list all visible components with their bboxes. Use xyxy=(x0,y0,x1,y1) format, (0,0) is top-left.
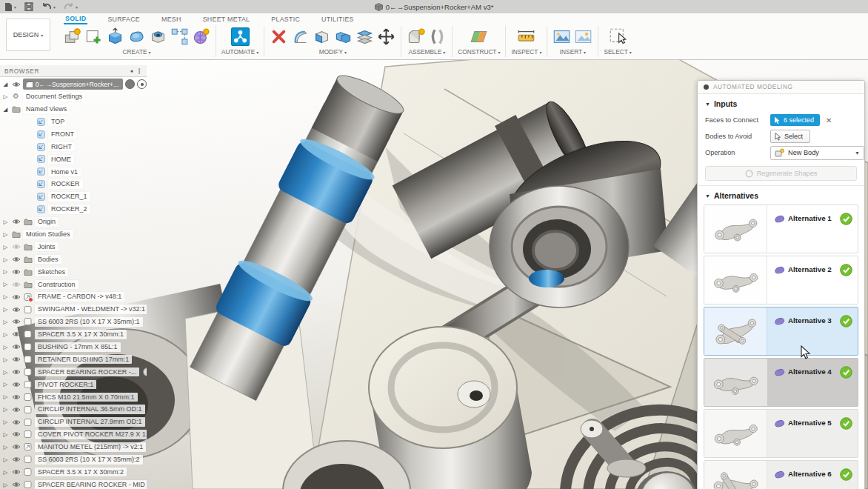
visibility-eye-icon[interactable] xyxy=(11,431,21,437)
browser-item-manitou-metel-215mm-v2-1[interactable]: ▷ MANITOU METEL (215mm) -> v2:1 xyxy=(0,441,147,453)
expander-icon[interactable]: ▷ xyxy=(2,244,9,250)
visibility-eye-icon[interactable] xyxy=(11,331,21,337)
alternative-card-1[interactable]: Alternative 1 xyxy=(704,204,858,253)
visibility-eye-icon[interactable] xyxy=(11,282,21,287)
status-ok-icon[interactable] xyxy=(840,213,852,228)
browser-item-motion-studies[interactable]: ▷ Motion Studies xyxy=(0,228,147,241)
clear-selection-icon[interactable]: ✕ xyxy=(826,116,832,124)
visibility-eye-icon[interactable] xyxy=(11,356,21,362)
select-window-icon[interactable] xyxy=(609,27,627,46)
browser-item-spacer-3-5-x-17-x-30mm-1[interactable]: ▷ SPACER 3.5 X 17 X 30mm:1 xyxy=(0,328,147,341)
status-ok-icon[interactable] xyxy=(840,366,852,382)
tab-mesh[interactable]: MESH xyxy=(160,16,183,24)
browser-item-right[interactable]: RIGHT xyxy=(0,141,147,153)
browser-item-fhcs-m10-21-5mm-x-0-70mm-1[interactable]: ▷ FHCS M10 21.5mm X 0.70mm:1 xyxy=(0,390,147,403)
split-body-icon[interactable] xyxy=(355,27,374,46)
browser-item-rocker[interactable]: ROCKER xyxy=(0,178,147,190)
press-pull-icon[interactable] xyxy=(313,27,331,46)
status-ok-icon[interactable] xyxy=(840,264,852,279)
visibility-eye-icon[interactable] xyxy=(11,244,21,250)
visibility-eye-icon[interactable] xyxy=(11,344,21,350)
decal-icon[interactable] xyxy=(574,27,592,46)
browser-item-frame-carbon-v48-1[interactable]: ▷ FRAME - CARBON -> v48:1 xyxy=(0,290,147,303)
visibility-eye-icon[interactable] xyxy=(11,219,21,224)
expander-icon[interactable]: ▷ xyxy=(2,431,9,438)
browser-item-bushing-17mm-x-85l-1[interactable]: ▷ BUSHING - 17mm X 85L:1 xyxy=(0,341,147,353)
delete-icon[interactable] xyxy=(270,27,288,46)
expander-icon[interactable]: ▷ xyxy=(2,231,9,238)
create-mesh-icon[interactable] xyxy=(192,27,210,46)
faces-selection-chip[interactable]: 6 selected xyxy=(770,114,820,126)
create-sketch-icon[interactable] xyxy=(84,27,103,46)
expander-icon[interactable]: ▷ xyxy=(2,319,9,325)
tab-surface[interactable]: SURFACE xyxy=(106,16,141,24)
group-inspect-menu[interactable]: INSPECT▾ xyxy=(511,48,541,56)
visibility-eye-icon[interactable] xyxy=(11,382,21,387)
bodies-select-button[interactable]: Select xyxy=(770,130,810,143)
expander-icon[interactable]: ▷ xyxy=(2,344,9,350)
expander-icon[interactable]: ▷ xyxy=(2,331,9,338)
inputs-section-header[interactable]: ▼ Inputs xyxy=(698,94,864,112)
group-automate-menu[interactable]: AUTOMATE▾ xyxy=(221,48,258,56)
group-modify-menu[interactable]: MODIFY▾ xyxy=(319,48,347,56)
browser-item-ss-6003-2rs-10-x-17-x-35mm-1[interactable]: ▷ SS 6003 2RS (10 X 17 X 35mm):1 xyxy=(0,316,147,328)
expander-icon[interactable]: ▷ xyxy=(2,444,9,450)
group-construct-menu[interactable]: CONSTRUCT▾ xyxy=(458,48,500,56)
browser-item-joints[interactable]: ▷ Joints xyxy=(0,241,147,253)
browser-options-dot-icon[interactable]: ● xyxy=(130,68,134,73)
browser-item-bodies[interactable]: ▷ Bodies xyxy=(0,253,147,266)
expander-icon[interactable]: ▷ xyxy=(2,381,9,387)
visibility-eye-icon[interactable] xyxy=(11,419,21,425)
expander-icon[interactable]: ▷ xyxy=(2,219,9,225)
group-assemble-menu[interactable]: ASSEMBLE▾ xyxy=(408,48,445,56)
expander-icon[interactable]: ▷ xyxy=(2,306,9,313)
tab-sheet-metal[interactable]: SHEET METAL xyxy=(201,16,252,24)
expander-icon[interactable]: ▷ xyxy=(2,456,9,463)
alternative-card-2[interactable]: Alternative 2 xyxy=(704,256,858,305)
expander-icon[interactable]: ◢ xyxy=(2,81,9,87)
visibility-eye-icon[interactable] xyxy=(11,394,21,400)
expander-icon[interactable]: ▷ xyxy=(2,293,9,300)
tab-utilities[interactable]: UTILITIES xyxy=(320,16,355,24)
form-icon[interactable] xyxy=(127,27,146,46)
browser-item-document-settings[interactable]: ▷ ⚙ Document Settings xyxy=(0,90,147,103)
alternative-card-4[interactable]: Alternative 4 xyxy=(704,358,858,407)
browser-item-origin[interactable]: ▷ Origin xyxy=(0,216,147,228)
canvas-icon[interactable] xyxy=(552,27,571,46)
browser-item-circlip-internal-27-9mm-od-1[interactable]: ▷ CIRCLIP INTERNAL 27.9mm OD:1 xyxy=(0,416,147,428)
visibility-eye-icon[interactable] xyxy=(11,456,21,462)
browser-item-home[interactable]: HOME xyxy=(0,153,147,165)
root-badge-icon[interactable] xyxy=(125,79,135,89)
hole-icon[interactable] xyxy=(149,27,167,46)
regenerate-shapes-button[interactable]: Regenerate Shapes xyxy=(705,166,857,181)
combine-icon[interactable] xyxy=(334,27,353,46)
browser-item-named-views[interactable]: ◢ Named Views xyxy=(0,103,147,116)
tab-plastic[interactable]: PLASTIC xyxy=(270,16,301,24)
expander-icon[interactable]: ▷ xyxy=(2,469,9,476)
construction-plane-icon[interactable] xyxy=(470,27,488,46)
visibility-eye-icon[interactable] xyxy=(11,482,21,488)
expander-icon[interactable]: ▷ xyxy=(2,281,9,287)
browser-item-cover-pivot-rocker-m27-9-x-1[interactable]: ▷ COVER PIVOT ROCKER M27.9 X 1... xyxy=(0,428,147,441)
group-select-menu[interactable]: SELECT▾ xyxy=(604,48,631,56)
status-ok-icon[interactable] xyxy=(840,315,852,330)
expander-icon[interactable]: ▷ xyxy=(2,93,9,100)
status-ok-icon[interactable] xyxy=(840,417,852,433)
expander-icon[interactable]: ◢ xyxy=(2,106,9,113)
browser-root-item[interactable]: ◢ 0←→Suspension+Rocker+... xyxy=(0,78,147,90)
visibility-eye-icon[interactable] xyxy=(11,307,21,313)
browser-item-home-v1[interactable]: Home v1 xyxy=(0,165,147,178)
fillet-icon[interactable] xyxy=(291,27,310,46)
measure-icon[interactable] xyxy=(517,27,535,46)
browser-item-spacer-bearing-rocker-mid-i[interactable]: ▷ SPACER BEARING ROCKER - MID I... xyxy=(0,479,147,489)
alternative-card-6[interactable]: Alternative 6 xyxy=(704,460,858,489)
workspace-selector[interactable]: DESIGN ▾ xyxy=(6,19,50,51)
new-component-icon[interactable] xyxy=(407,27,425,46)
group-create-menu[interactable]: CREATE▾ xyxy=(122,48,150,56)
expander-icon[interactable]: ▷ xyxy=(2,356,9,363)
tab-solid[interactable]: SOLID xyxy=(64,15,87,24)
browser-item-spacer-3-5-x-17-x-30mm-2[interactable]: ▷ SPACER 3.5 X 17 X 30mm:2 xyxy=(0,466,147,479)
browser-item-top[interactable]: TOP xyxy=(0,116,147,128)
isolate-ring-icon[interactable] xyxy=(143,367,147,376)
expander-icon[interactable]: ▷ xyxy=(2,256,9,263)
